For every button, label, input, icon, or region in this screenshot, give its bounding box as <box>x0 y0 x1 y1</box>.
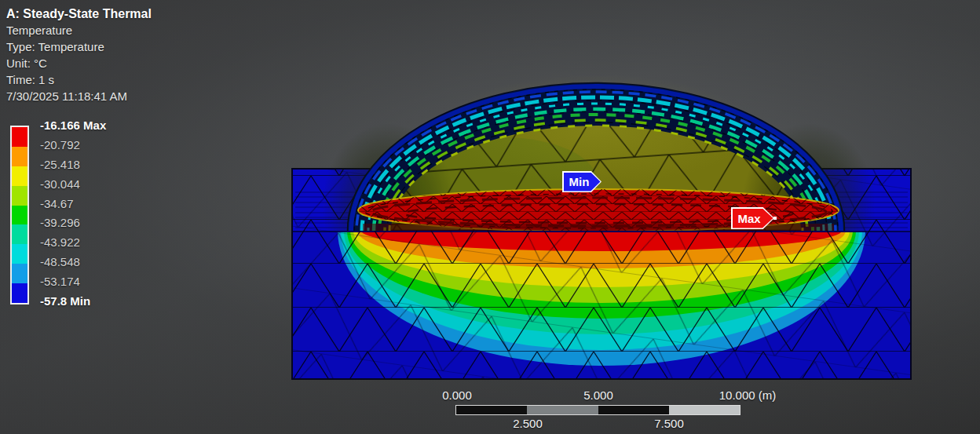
ruler-segment <box>598 406 669 414</box>
legend-swatch <box>12 186 27 206</box>
ruler-label-2-5: 2.500 <box>496 417 559 430</box>
legend-label: -43.922 <box>40 234 106 251</box>
legend-label: -48.548 <box>40 253 106 271</box>
graphics-window[interactable]: A: Steady-State Thermal Temperature Type… <box>0 0 980 434</box>
ruler-label-7-5: 7.500 <box>638 417 700 430</box>
analysis-title: A: Steady-State Thermal <box>6 5 152 22</box>
result-name: Temperature <box>6 22 152 38</box>
legend-swatch <box>12 206 27 225</box>
legend-swatch <box>12 147 27 166</box>
ruler-label-0: 0.000 <box>426 388 488 402</box>
legend-swatch <box>12 283 27 303</box>
legend-labels: -16.166 Max -20.792 -25.418 -30.044 -34.… <box>40 117 106 310</box>
ruler-bar <box>455 405 740 415</box>
ruler-label-10: 10.000 (m) <box>712 388 783 402</box>
scale-ruler: 0.000 5.000 10.000 (m) 2.500 7.500 <box>455 388 742 432</box>
legend-swatch <box>12 127 27 147</box>
max-probe-dot <box>773 217 777 220</box>
legend-swatch <box>12 264 27 283</box>
ruler-segment <box>527 406 598 414</box>
ruler-segment <box>456 406 527 414</box>
legend-swatch <box>12 166 27 186</box>
legend-swatch <box>12 224 27 244</box>
legend-label: -39.296 <box>40 214 106 232</box>
result-timestamp: 7/30/2025 11:18:41 AM <box>6 88 152 104</box>
result-time: Time: 1 s <box>6 71 152 88</box>
legend-colorbar <box>10 126 29 305</box>
result-unit: Unit: °C <box>6 55 152 71</box>
legend-label: -30.044 <box>40 176 106 193</box>
result-type: Type: Temperature <box>6 38 152 55</box>
legend-label: -20.792 <box>40 137 106 154</box>
result-header: A: Steady-State Thermal Temperature Type… <box>6 5 152 104</box>
max-flag-label: Max <box>738 212 761 225</box>
legend-label-min: -57.8 Min <box>40 293 106 310</box>
legend-swatch <box>12 244 27 264</box>
contour-legend: -16.166 Max -20.792 -25.418 -30.044 -34.… <box>10 126 106 310</box>
legend-label: -53.174 <box>40 273 106 290</box>
ruler-segment <box>669 406 740 414</box>
legend-label: -34.67 <box>40 195 106 213</box>
legend-label-max: -16.166 Max <box>40 117 106 134</box>
legend-label: -25.418 <box>40 156 106 173</box>
min-flag-label: Min <box>569 175 590 188</box>
ruler-label-5: 5.000 <box>567 388 630 402</box>
